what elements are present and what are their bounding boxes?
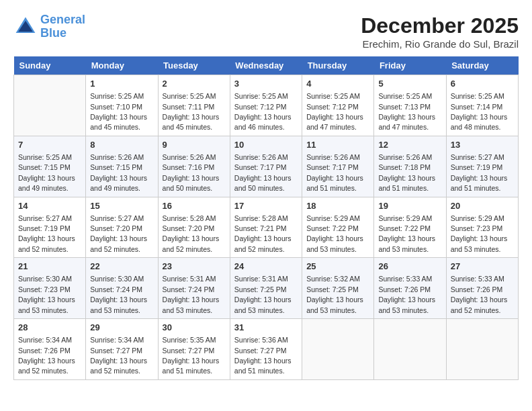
day-info: Sunrise: 5:33 AMSunset: 7:26 PMDaylight:… xyxy=(378,275,435,314)
weekday-header-sunday: Sunday xyxy=(14,56,86,75)
weekday-header-tuesday: Tuesday xyxy=(158,56,230,75)
calendar-cell: 5 Sunrise: 5:25 AMSunset: 7:13 PMDayligh… xyxy=(374,75,446,136)
day-number: 8 xyxy=(90,139,153,151)
day-number: 4 xyxy=(306,78,369,90)
day-number: 21 xyxy=(18,261,81,273)
logo-icon xyxy=(13,15,38,39)
day-number: 12 xyxy=(378,139,441,151)
day-info: Sunrise: 5:30 AMSunset: 7:24 PMDaylight:… xyxy=(90,275,147,314)
calendar-cell: 1 Sunrise: 5:25 AMSunset: 7:10 PMDayligh… xyxy=(86,75,158,136)
weekday-header-saturday: Saturday xyxy=(446,56,518,75)
day-number: 15 xyxy=(90,200,153,212)
week-row-3: 14 Sunrise: 5:27 AMSunset: 7:19 PMDaylig… xyxy=(14,197,519,258)
weekday-header-monday: Monday xyxy=(86,56,158,75)
day-info: Sunrise: 5:26 AMSunset: 7:15 PMDaylight:… xyxy=(90,153,147,192)
day-info: Sunrise: 5:27 AMSunset: 7:20 PMDaylight:… xyxy=(90,214,147,253)
day-number: 17 xyxy=(234,200,298,212)
week-row-1: 1 Sunrise: 5:25 AMSunset: 7:10 PMDayligh… xyxy=(14,75,519,136)
day-number: 29 xyxy=(90,322,153,334)
calendar-cell xyxy=(446,319,518,380)
calendar-cell: 30 Sunrise: 5:35 AMSunset: 7:27 PMDaylig… xyxy=(158,319,230,380)
day-info: Sunrise: 5:36 AMSunset: 7:27 PMDaylight:… xyxy=(234,336,292,375)
day-number: 6 xyxy=(451,78,514,90)
day-info: Sunrise: 5:31 AMSunset: 7:24 PMDaylight:… xyxy=(163,275,220,314)
day-number: 13 xyxy=(451,139,514,151)
day-info: Sunrise: 5:34 AMSunset: 7:27 PMDaylight:… xyxy=(90,336,147,375)
week-row-2: 7 Sunrise: 5:25 AMSunset: 7:15 PMDayligh… xyxy=(14,136,519,197)
day-info: Sunrise: 5:26 AMSunset: 7:17 PMDaylight:… xyxy=(234,153,292,192)
logo: General Blue xyxy=(13,13,85,40)
day-number: 11 xyxy=(306,139,369,151)
calendar-cell: 15 Sunrise: 5:27 AMSunset: 7:20 PMDaylig… xyxy=(86,197,158,258)
calendar-cell: 7 Sunrise: 5:25 AMSunset: 7:15 PMDayligh… xyxy=(14,136,86,197)
day-info: Sunrise: 5:25 AMSunset: 7:10 PMDaylight:… xyxy=(90,92,147,131)
logo-text: General Blue xyxy=(40,13,85,40)
calendar-cell: 23 Sunrise: 5:31 AMSunset: 7:24 PMDaylig… xyxy=(158,258,230,319)
weekday-header-wednesday: Wednesday xyxy=(230,56,302,75)
day-info: Sunrise: 5:35 AMSunset: 7:27 PMDaylight:… xyxy=(163,336,220,375)
day-number: 16 xyxy=(163,200,226,212)
day-info: Sunrise: 5:27 AMSunset: 7:19 PMDaylight:… xyxy=(451,153,508,192)
weekday-header-friday: Friday xyxy=(374,56,446,75)
day-number: 20 xyxy=(451,200,514,212)
day-number: 26 xyxy=(378,261,441,273)
day-info: Sunrise: 5:26 AMSunset: 7:17 PMDaylight:… xyxy=(306,153,363,192)
day-info: Sunrise: 5:26 AMSunset: 7:16 PMDaylight:… xyxy=(163,153,220,192)
calendar-cell: 14 Sunrise: 5:27 AMSunset: 7:19 PMDaylig… xyxy=(14,197,86,258)
day-number: 30 xyxy=(163,322,226,334)
calendar-cell: 26 Sunrise: 5:33 AMSunset: 7:26 PMDaylig… xyxy=(374,258,446,319)
calendar-cell xyxy=(302,319,374,380)
calendar-cell: 21 Sunrise: 5:30 AMSunset: 7:23 PMDaylig… xyxy=(14,258,86,319)
calendar-table: SundayMondayTuesdayWednesdayThursdayFrid… xyxy=(13,56,519,380)
day-info: Sunrise: 5:29 AMSunset: 7:22 PMDaylight:… xyxy=(378,214,435,253)
month-title: December 2025 xyxy=(361,13,519,38)
calendar-cell: 10 Sunrise: 5:26 AMSunset: 7:17 PMDaylig… xyxy=(230,136,302,197)
day-info: Sunrise: 5:34 AMSunset: 7:26 PMDaylight:… xyxy=(18,336,75,375)
day-number: 10 xyxy=(234,139,298,151)
day-info: Sunrise: 5:25 AMSunset: 7:14 PMDaylight:… xyxy=(451,92,508,131)
day-info: Sunrise: 5:33 AMSunset: 7:26 PMDaylight:… xyxy=(451,275,508,314)
calendar-cell xyxy=(374,319,446,380)
calendar-cell: 25 Sunrise: 5:32 AMSunset: 7:25 PMDaylig… xyxy=(302,258,374,319)
location: Erechim, Rio Grande do Sul, Brazil xyxy=(361,38,519,50)
calendar-cell: 28 Sunrise: 5:34 AMSunset: 7:26 PMDaylig… xyxy=(14,319,86,380)
calendar-cell: 9 Sunrise: 5:26 AMSunset: 7:16 PMDayligh… xyxy=(158,136,230,197)
day-info: Sunrise: 5:25 AMSunset: 7:13 PMDaylight:… xyxy=(378,92,435,131)
logo-blue: Blue xyxy=(40,26,66,40)
day-number: 3 xyxy=(234,78,298,90)
week-row-5: 28 Sunrise: 5:34 AMSunset: 7:26 PMDaylig… xyxy=(14,319,519,380)
day-info: Sunrise: 5:29 AMSunset: 7:22 PMDaylight:… xyxy=(306,214,363,253)
day-number: 7 xyxy=(18,139,81,151)
day-info: Sunrise: 5:32 AMSunset: 7:25 PMDaylight:… xyxy=(306,275,363,314)
calendar-cell xyxy=(14,75,86,136)
day-info: Sunrise: 5:25 AMSunset: 7:11 PMDaylight:… xyxy=(163,92,220,131)
day-number: 2 xyxy=(163,78,226,90)
day-number: 19 xyxy=(378,200,441,212)
calendar-cell: 11 Sunrise: 5:26 AMSunset: 7:17 PMDaylig… xyxy=(302,136,374,197)
day-info: Sunrise: 5:31 AMSunset: 7:25 PMDaylight:… xyxy=(234,275,292,314)
calendar-cell: 12 Sunrise: 5:26 AMSunset: 7:18 PMDaylig… xyxy=(374,136,446,197)
day-number: 18 xyxy=(306,200,369,212)
weekday-header-row: SundayMondayTuesdayWednesdayThursdayFrid… xyxy=(14,56,519,75)
calendar-cell: 19 Sunrise: 5:29 AMSunset: 7:22 PMDaylig… xyxy=(374,197,446,258)
title-block: December 2025 Erechim, Rio Grande do Sul… xyxy=(361,13,519,50)
day-info: Sunrise: 5:29 AMSunset: 7:23 PMDaylight:… xyxy=(451,214,508,253)
week-row-4: 21 Sunrise: 5:30 AMSunset: 7:23 PMDaylig… xyxy=(14,258,519,319)
day-number: 24 xyxy=(234,261,298,273)
day-info: Sunrise: 5:25 AMSunset: 7:12 PMDaylight:… xyxy=(306,92,363,131)
day-info: Sunrise: 5:27 AMSunset: 7:19 PMDaylight:… xyxy=(18,214,75,253)
day-number: 1 xyxy=(90,78,153,90)
calendar-cell: 27 Sunrise: 5:33 AMSunset: 7:26 PMDaylig… xyxy=(446,258,518,319)
day-number: 9 xyxy=(163,139,226,151)
calendar-cell: 6 Sunrise: 5:25 AMSunset: 7:14 PMDayligh… xyxy=(446,75,518,136)
calendar-cell: 13 Sunrise: 5:27 AMSunset: 7:19 PMDaylig… xyxy=(446,136,518,197)
logo-general: General xyxy=(40,13,85,26)
day-info: Sunrise: 5:30 AMSunset: 7:23 PMDaylight:… xyxy=(18,275,75,314)
calendar-cell: 18 Sunrise: 5:29 AMSunset: 7:22 PMDaylig… xyxy=(302,197,374,258)
calendar-cell: 17 Sunrise: 5:28 AMSunset: 7:21 PMDaylig… xyxy=(230,197,302,258)
calendar-cell: 2 Sunrise: 5:25 AMSunset: 7:11 PMDayligh… xyxy=(158,75,230,136)
calendar-cell: 22 Sunrise: 5:30 AMSunset: 7:24 PMDaylig… xyxy=(86,258,158,319)
day-info: Sunrise: 5:28 AMSunset: 7:20 PMDaylight:… xyxy=(163,214,220,253)
day-info: Sunrise: 5:25 AMSunset: 7:15 PMDaylight:… xyxy=(18,153,75,192)
day-number: 31 xyxy=(234,322,298,334)
